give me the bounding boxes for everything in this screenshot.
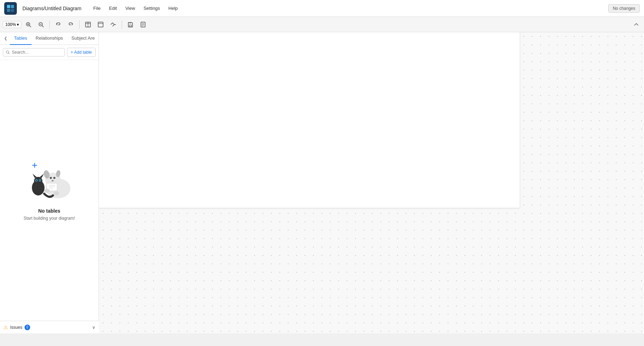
zoom-dropdown-icon: ▾ <box>17 22 19 27</box>
add-table-button[interactable]: + Add table <box>67 48 96 57</box>
tab-bar: Tables Relationships Subject Are <box>0 32 99 45</box>
issues-count-badge: 0 <box>25 325 30 330</box>
svg-rect-3 <box>11 9 14 12</box>
bottom-bar: ⚠ Issues 0 ∨ <box>0 321 99 333</box>
redo-button[interactable] <box>65 19 76 30</box>
svg-point-45 <box>39 179 40 181</box>
svg-point-29 <box>50 177 52 179</box>
menu-edit[interactable]: Edit <box>106 4 120 12</box>
add-entity-tool-button[interactable] <box>95 19 106 30</box>
zoom-out-button[interactable] <box>35 19 47 30</box>
warning-icon: ⚠ <box>4 325 8 330</box>
tab-tables[interactable]: Tables <box>10 32 32 45</box>
svg-point-39 <box>34 177 42 185</box>
empty-state-title: No tables <box>38 208 60 214</box>
plus-icon: + <box>32 160 38 170</box>
menu-help[interactable]: Help <box>165 4 181 12</box>
menu-view[interactable]: View <box>122 4 138 12</box>
zoom-in-button[interactable] <box>23 19 34 30</box>
tab-nav-back[interactable] <box>1 34 10 43</box>
save-button[interactable] <box>125 19 136 30</box>
main-layout: Tables Relationships Subject Are <box>0 32 644 333</box>
svg-line-9 <box>42 26 43 27</box>
issues-label: Issues <box>10 325 22 330</box>
empty-state-subtitle: Start building your diagram! <box>23 216 75 221</box>
menu-file[interactable]: File <box>90 4 104 12</box>
canvas-area[interactable] <box>99 32 644 333</box>
svg-rect-2 <box>7 9 10 12</box>
svg-point-36 <box>44 189 50 193</box>
svg-rect-18 <box>129 22 131 24</box>
titlebar: Diagrams/Untitled Diagram File Edit View… <box>0 0 644 17</box>
toolbar-divider-2 <box>79 20 80 29</box>
menu-settings[interactable]: Settings <box>140 4 163 12</box>
svg-marker-41 <box>40 174 44 178</box>
tab-subject-area[interactable]: Subject Are <box>67 32 99 45</box>
svg-rect-14 <box>98 22 103 27</box>
empty-state: + <box>0 60 99 321</box>
svg-point-37 <box>54 191 59 195</box>
search-box[interactable] <box>3 48 65 56</box>
add-table-tool-button[interactable] <box>82 19 94 30</box>
toolbar-divider-1 <box>49 20 50 29</box>
sidebar: Tables Relationships Subject Are <box>0 32 99 333</box>
svg-line-5 <box>29 26 31 27</box>
svg-marker-40 <box>33 174 37 178</box>
tab-relationships[interactable]: Relationships <box>32 32 67 45</box>
search-input[interactable] <box>12 50 62 55</box>
app-title: Diagrams/Untitled Diagram <box>22 6 81 11</box>
zoom-control[interactable]: 100% ▾ <box>3 21 21 28</box>
toolbar-divider-3 <box>122 20 122 29</box>
svg-point-31 <box>52 180 54 181</box>
canvas-page <box>99 32 520 208</box>
toolbar: 100% ▾ <box>0 17 644 32</box>
svg-rect-17 <box>129 25 131 27</box>
collapse-button[interactable] <box>631 20 641 29</box>
undo-button[interactable] <box>53 19 64 30</box>
svg-rect-1 <box>11 5 14 8</box>
app-logo <box>4 2 17 15</box>
svg-line-24 <box>8 53 9 54</box>
no-changes-badge: No changes <box>608 4 640 13</box>
search-icon <box>6 50 10 54</box>
svg-rect-0 <box>7 5 10 8</box>
empty-illustration: + <box>25 160 74 202</box>
svg-point-30 <box>53 177 55 179</box>
issues-expand-button[interactable]: ∨ <box>92 325 95 330</box>
history-button[interactable] <box>137 19 149 30</box>
zoom-value: 100% <box>5 22 16 27</box>
sidebar-actions: + Add table <box>0 45 99 60</box>
menu-bar: File Edit View Settings Help <box>90 4 181 12</box>
add-relation-tool-button[interactable] <box>108 19 119 30</box>
svg-point-44 <box>36 179 36 181</box>
